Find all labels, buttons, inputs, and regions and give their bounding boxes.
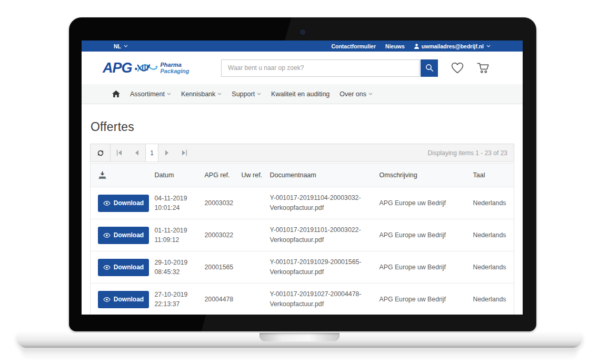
col-header-taal[interactable]: Taal bbox=[469, 164, 514, 187]
nav-label: Kennisbank bbox=[181, 90, 215, 98]
table-row: Download 27-10-201922:13:37 20004478 Y-0… bbox=[91, 284, 514, 315]
download-button[interactable]: Download bbox=[98, 291, 149, 308]
cart-icon[interactable] bbox=[476, 62, 490, 74]
eye-icon bbox=[103, 201, 111, 206]
nav-item-assortiment[interactable]: Assortiment bbox=[130, 90, 171, 98]
page-title: Offertes bbox=[91, 120, 514, 134]
download-label: Download bbox=[114, 231, 144, 239]
cell-documentnaam: Y-001017-20191029-20001565-Verkoopfactuu… bbox=[266, 251, 375, 284]
table-header-row: Datum APG ref. Uw ref. Documentnaam Omsc… bbox=[91, 164, 514, 187]
chevron-down-icon bbox=[124, 45, 128, 47]
logo-tagline-line2: Packaging bbox=[161, 68, 189, 74]
chevron-down-icon bbox=[257, 93, 261, 95]
user-email: uwmailadres@bedrijf.nl bbox=[422, 43, 484, 49]
cell-omschrijving: APG Europe uw Bedrijf bbox=[375, 219, 469, 251]
next-page-icon bbox=[165, 150, 169, 156]
download-label: Download bbox=[114, 264, 144, 271]
search-button[interactable] bbox=[421, 59, 438, 77]
col-header-uw-ref[interactable]: Uw ref. bbox=[237, 164, 266, 187]
col-header-apg-ref[interactable]: APG ref. bbox=[201, 164, 237, 187]
cell-apg-ref: 20003022 bbox=[201, 219, 237, 251]
dna-helix-icon bbox=[135, 60, 158, 76]
current-page-indicator[interactable]: 1 bbox=[145, 144, 158, 161]
cell-taal: Nederlands bbox=[469, 251, 514, 284]
nav-item-over-ons[interactable]: Over ons bbox=[340, 90, 373, 98]
cell-taal: Nederlands bbox=[469, 284, 514, 315]
wishlist-heart-icon[interactable] bbox=[451, 62, 464, 74]
col-header-datum[interactable]: Datum bbox=[151, 164, 201, 187]
col-header-omschrijving[interactable]: Omschrijving bbox=[375, 164, 469, 187]
nav-label: Assortiment bbox=[130, 90, 165, 98]
download-button[interactable]: Download bbox=[98, 195, 149, 212]
laptop-lid: NL Contactformulier Nieuws uwmailadres@b… bbox=[69, 17, 536, 331]
cell-uw-ref bbox=[237, 284, 266, 315]
laptop-mockup: NL Contactformulier Nieuws uwmailadres@b… bbox=[0, 0, 599, 364]
logo-wordmark: APG bbox=[103, 61, 132, 75]
last-page-icon bbox=[182, 150, 187, 156]
cell-apg-ref: 20001565 bbox=[201, 251, 237, 284]
cell-datum: 27-10-201922:13:37 bbox=[151, 284, 201, 315]
download-label: Download bbox=[114, 296, 144, 303]
download-all-icon[interactable] bbox=[98, 171, 106, 179]
cell-omschrijving: APG Europe uw Bedrijf bbox=[375, 284, 469, 315]
company-logo[interactable]: APG Pharma Packaging bbox=[103, 60, 208, 76]
nav-item-support[interactable]: Support bbox=[232, 90, 261, 98]
table-row: Download 01-11-201911:09:12 20003022 Y-0… bbox=[91, 219, 514, 251]
refresh-button[interactable] bbox=[91, 144, 111, 161]
cell-apg-ref: 20003032 bbox=[201, 187, 237, 219]
home-icon[interactable] bbox=[112, 90, 120, 97]
chevron-down-icon bbox=[368, 93, 373, 95]
cell-uw-ref bbox=[237, 251, 266, 284]
download-button[interactable]: Download bbox=[98, 259, 149, 276]
download-button[interactable]: Download bbox=[98, 227, 149, 244]
table-row: Download 04-11-201910:01:24 20003032 Y-0… bbox=[91, 187, 514, 219]
main-navigation: Assortiment Kennisbank Support Kwaliteit… bbox=[82, 84, 523, 104]
first-page-icon bbox=[116, 150, 122, 156]
previous-page-icon bbox=[134, 150, 139, 156]
nav-label: Support bbox=[232, 90, 255, 98]
cell-omschrijving: APG Europe uw Bedrijf bbox=[375, 187, 469, 219]
cell-omschrijving: APG Europe uw Bedrijf bbox=[375, 251, 469, 284]
refresh-icon bbox=[97, 149, 104, 157]
logo-tagline-line1: Pharma bbox=[161, 62, 182, 68]
logo-tagline: Pharma Packaging bbox=[161, 62, 189, 74]
col-header-documentnaam[interactable]: Documentnaam bbox=[266, 164, 375, 187]
contact-form-link[interactable]: Contactformulier bbox=[331, 43, 376, 49]
next-page-button[interactable] bbox=[158, 144, 176, 161]
nav-item-kennisbank[interactable]: Kennisbank bbox=[181, 90, 222, 98]
nav-label: Over ons bbox=[340, 90, 366, 98]
language-label: NL bbox=[114, 43, 121, 49]
site-header: APG Pharma Packaging bbox=[82, 52, 523, 84]
search-bar bbox=[221, 59, 438, 77]
eye-icon bbox=[103, 297, 111, 302]
eye-icon bbox=[103, 265, 111, 270]
cell-apg-ref: 20004478 bbox=[201, 284, 237, 315]
search-input[interactable] bbox=[221, 59, 420, 77]
cell-datum: 29-10-201908:45:32 bbox=[151, 251, 201, 284]
nav-item-kwaliteit-en-auditing[interactable]: Kwaliteit en auditing bbox=[271, 90, 330, 98]
laptop-base-notch bbox=[259, 333, 340, 341]
user-icon bbox=[414, 44, 419, 49]
pagination-toolbar: 1 Displaying items 1 - 23 of 23 bbox=[90, 144, 514, 162]
chevron-down-icon bbox=[486, 45, 491, 47]
last-page-button[interactable] bbox=[176, 144, 193, 161]
first-page-button[interactable] bbox=[111, 144, 128, 161]
chevron-down-icon bbox=[217, 93, 222, 95]
items-range-status: Displaying items 1 - 23 of 23 bbox=[428, 144, 514, 161]
webcam-dot bbox=[301, 31, 304, 34]
previous-page-button[interactable] bbox=[128, 144, 145, 161]
cell-documentnaam: Y-001017-20191101-20003022-Verkoopfactuu… bbox=[266, 219, 375, 251]
account-menu[interactable]: uwmailadres@bedrijf.nl bbox=[414, 43, 491, 49]
eye-icon bbox=[103, 233, 111, 238]
cell-taal: Nederlands bbox=[469, 219, 514, 251]
top-utility-bar: NL Contactformulier Nieuws uwmailadres@b… bbox=[82, 41, 523, 52]
nav-label: Kwaliteit en auditing bbox=[271, 90, 330, 98]
laptop-screen: NL Contactformulier Nieuws uwmailadres@b… bbox=[82, 41, 523, 315]
news-link[interactable]: Nieuws bbox=[385, 43, 405, 49]
language-selector[interactable]: NL bbox=[114, 43, 128, 49]
cell-uw-ref bbox=[237, 219, 266, 251]
laptop-reflection bbox=[21, 349, 578, 362]
cell-documentnaam: Y-001017-20191027-20004478-Verkoopfactuu… bbox=[266, 284, 375, 315]
documents-table: Datum APG ref. Uw ref. Documentnaam Omsc… bbox=[90, 163, 514, 315]
download-label: Download bbox=[114, 199, 144, 207]
